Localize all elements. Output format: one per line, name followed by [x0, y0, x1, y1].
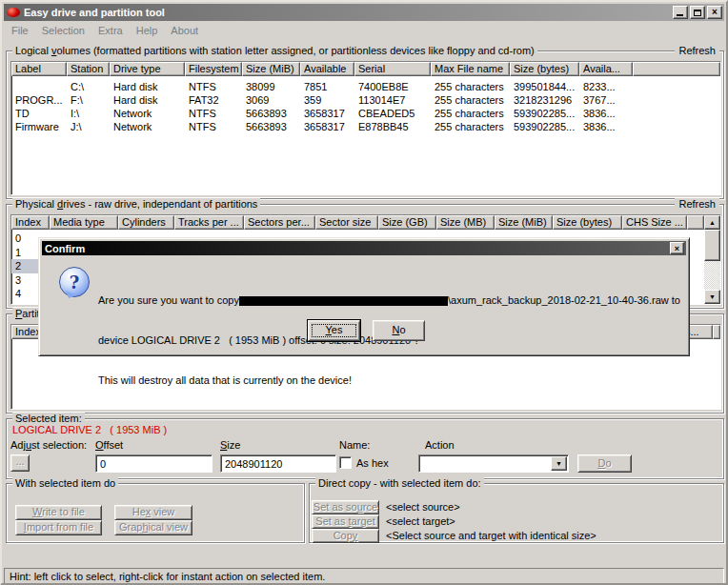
column-header[interactable]: Max File name [431, 62, 510, 76]
column-header[interactable]: Size (GB) [378, 215, 436, 230]
column-header[interactable]: Available [300, 62, 354, 76]
write-to-file-button[interactable]: Write to file [15, 505, 102, 520]
physical-drives-refresh[interactable]: Refresh [675, 198, 719, 211]
do-button[interactable]: Do [577, 454, 632, 473]
menu-extra[interactable]: Extra [92, 23, 131, 38]
message-line-1: Are you sure you want to copy\axum_rack_… [98, 293, 680, 307]
adjust-selection-button[interactable]: ... [10, 454, 30, 472]
column-header[interactable]: Sector size [315, 215, 378, 230]
cell: NTFS [185, 120, 242, 133]
column-header[interactable]: Size (MiB) [495, 215, 553, 230]
dialog-close-button[interactable]: × [670, 242, 684, 254]
table-row[interactable]: TDI:\NetworkNTFS56638933658317CBEADED525… [11, 107, 720, 120]
scroll-up-button[interactable]: ▲ [704, 215, 720, 230]
menu-selection[interactable]: Selection [36, 23, 92, 38]
cell: 113014E7 [354, 93, 431, 107]
offset-label: Offset [95, 439, 123, 451]
menu-file[interactable]: File [6, 23, 36, 38]
as-hex-label: As hex [356, 457, 389, 469]
window-title: Easy drive and partition tool [24, 7, 671, 18]
column-header[interactable]: Label [11, 62, 67, 76]
cell: Firmware [11, 120, 67, 133]
cell: 255 characters [431, 107, 510, 120]
logical-volumes-refresh[interactable]: Refresh [675, 45, 719, 57]
scrollbar-thumb[interactable] [704, 230, 720, 261]
offset-input[interactable] [95, 454, 212, 473]
close-button[interactable]: × [707, 6, 722, 19]
set-as-target-button[interactable]: Set as target [312, 514, 379, 529]
cell: NTFS [185, 107, 242, 120]
hex-view-button[interactable]: Hex view [114, 505, 192, 520]
column-header[interactable]: Size (bytes) [510, 62, 579, 76]
cell: 399501844... [510, 80, 579, 93]
title-bar[interactable]: Easy drive and partition tool × [4, 4, 724, 21]
column-header[interactable]: Station [67, 62, 110, 76]
maximize-button[interactable] [690, 6, 705, 19]
name-label: Name: [339, 439, 370, 451]
cell: 3836... [579, 120, 633, 133]
cell: 3836... [579, 107, 633, 120]
dialog-title-bar[interactable]: Confirm × [42, 241, 686, 255]
action-dropdown-button[interactable]: ▼ [551, 456, 567, 471]
adjust-selection-label: Adjust selection: [10, 439, 87, 451]
size-input[interactable] [220, 454, 336, 473]
source-note: <select source> [386, 501, 460, 513]
status-hint: Hint: left click to select, right-click … [10, 571, 325, 582]
column-header[interactable]: CHS Size ... [622, 215, 687, 230]
selected-item-value: LOGICAL DRIVE 2 ( 1953 MiB ) [12, 424, 167, 435]
table-row[interactable]: FirmwareJ:\NetworkNTFS56638933658317E878… [11, 120, 720, 133]
maximize-icon [694, 10, 701, 16]
app-window: Easy drive and partition tool × File Sel… [0, 0, 728, 585]
size-label: Size [220, 439, 240, 451]
scroll-up-icon: ▲ [709, 219, 716, 226]
menu-about[interactable]: About [165, 23, 206, 38]
question-mark: ? [70, 272, 80, 292]
action-select[interactable]: ▼ [418, 454, 569, 473]
column-header[interactable]: Tracks per ... [174, 215, 244, 230]
column-header[interactable]: Serial [354, 62, 431, 76]
cell: F:\ [67, 93, 110, 107]
set-as-source-button[interactable]: Set as source [312, 500, 379, 514]
menu-help[interactable]: Help [131, 23, 166, 38]
no-button[interactable]: No [373, 320, 425, 341]
column-header[interactable]: Filesystem [185, 62, 242, 76]
selected-item-group: Selected item: LOGICAL DRIVE 2 ( 1953 Mi… [6, 418, 724, 479]
cell: CBEADED5 [354, 107, 431, 120]
scroll-down-button[interactable]: ▼ [704, 290, 720, 304]
column-header[interactable]: Index [11, 215, 50, 230]
table-row[interactable]: PROGR...F:\Hard diskFAT323069359113014E7… [11, 93, 720, 107]
import-from-file-button[interactable]: Import from file [15, 520, 102, 535]
scroll-down-icon: ▼ [709, 293, 716, 300]
logical-volumes-header: Label Station Drive type Filesystem Size… [11, 62, 720, 76]
cell: TD [11, 107, 67, 120]
cell: 5663893 [242, 120, 300, 133]
column-header[interactable]: Availa... [579, 62, 633, 76]
column-header[interactable]: Size (bytes) [553, 215, 622, 230]
copy-button[interactable]: Copy [312, 529, 379, 543]
vertical-scrollbar[interactable]: ▲ ▼ [704, 215, 720, 304]
cell: Hard disk [110, 93, 185, 107]
yes-button[interactable]: Yes [308, 320, 360, 341]
column-header[interactable]: Size (MiB) [242, 62, 300, 76]
direct-copy-group: Direct copy - with selected item do: Set… [309, 483, 724, 543]
menu-bar: File Selection Extra Help About [4, 22, 724, 39]
column-header[interactable]: Cylinders [118, 215, 174, 230]
cell: PROGR... [11, 93, 67, 107]
cell: 7400EB8E [354, 80, 431, 93]
message-text: Are you sure you want to copy [98, 294, 239, 306]
logical-volumes-label: Logical volumes (formatted partitions wi… [12, 45, 537, 57]
as-hex-checkbox[interactable] [339, 456, 352, 469]
direct-copy-label: Direct copy - with selected item do: [315, 477, 484, 490]
cell: 3767... [579, 93, 633, 107]
cell: J:\ [67, 120, 110, 133]
graphical-view-button[interactable]: Graphical view [114, 520, 192, 535]
minimize-button[interactable] [673, 6, 688, 19]
column-header-filler [633, 62, 720, 76]
table-row[interactable]: C:\Hard diskNTFS3809978517400EB8E255 cha… [11, 80, 720, 93]
column-header[interactable]: Sectors per... [244, 215, 315, 230]
column-header[interactable]: Size (MB) [436, 215, 495, 230]
column-header[interactable]: Media type [50, 215, 118, 230]
column-header[interactable]: Drive type [110, 62, 185, 76]
with-selected-label: With selected item do [12, 477, 118, 490]
dropdown-arrow-icon: ▼ [556, 460, 562, 467]
